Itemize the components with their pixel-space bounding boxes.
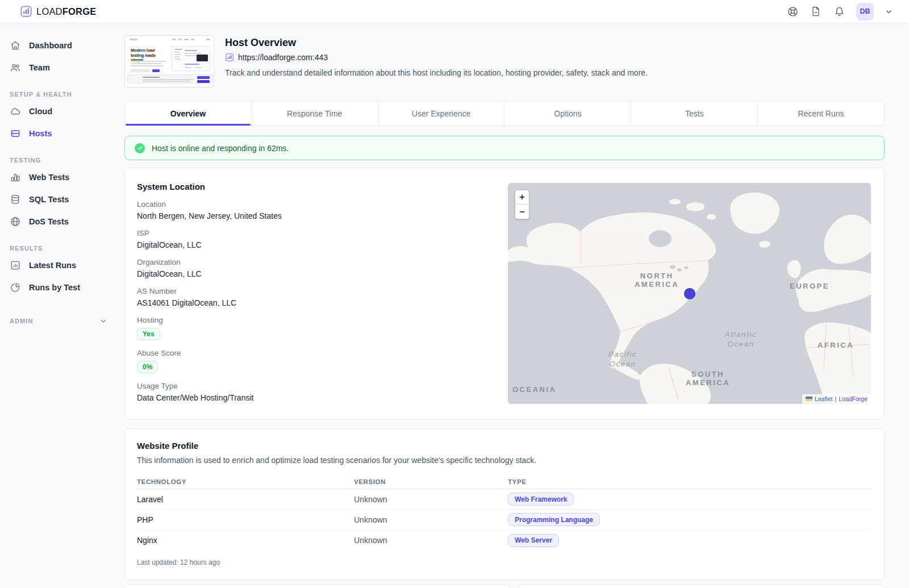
help-lifebuoy-icon[interactable]: [786, 5, 799, 18]
technology-table: TECHNOLOGY VERSION TYPE Laravel Unknown …: [137, 474, 872, 551]
sidebar-item-label: Hosts: [29, 129, 52, 138]
next-card-right: [519, 584, 885, 588]
success-check-icon: [135, 143, 145, 153]
sidebar-item-hosts[interactable]: Hosts: [0, 122, 124, 144]
sidebar-item-sql-tests[interactable]: SQL Tests: [0, 188, 124, 210]
zoom-in-button[interactable]: +: [515, 190, 529, 205]
users-icon: [10, 62, 21, 73]
website-profile-description: This information is used to enrich and o…: [137, 456, 872, 465]
sidebar-section-results: RESULTS: [0, 243, 124, 254]
sidebar-item-label: SQL Tests: [29, 195, 69, 204]
sidebar-section-title: ADMIN: [10, 318, 34, 324]
tab-tests[interactable]: Tests: [631, 101, 758, 126]
type-badge: Web Framework: [508, 493, 574, 506]
system-location-card: System Location Location North Bergen, N…: [124, 168, 885, 420]
map-attribution: Leaflet | LoadForge: [802, 394, 871, 404]
sidebar-item-web-tests[interactable]: Web Tests: [0, 166, 124, 188]
hosting-badge: Yes: [137, 328, 160, 340]
server-icon: [10, 128, 21, 139]
pie-chart-icon: [10, 282, 21, 293]
sidebar-item-runs-by-test[interactable]: Runs by Test: [0, 276, 124, 298]
type-badge: Web Server: [508, 534, 559, 547]
sidebar-item-dos-tests[interactable]: DoS Tests: [0, 210, 124, 232]
sidebar-item-label: Team: [29, 63, 50, 72]
tab-overview[interactable]: Overview: [124, 101, 252, 126]
host-url-link[interactable]: https://loadforge.com:443: [225, 53, 648, 62]
map-label-north-america: NORTHAMERICA: [635, 272, 679, 289]
docs-icon[interactable]: [810, 5, 822, 18]
leaflet-link[interactable]: Leaflet: [815, 395, 833, 402]
page-title: Host Overview: [225, 37, 648, 49]
sidebar-item-label: Runs by Test: [29, 283, 80, 292]
bar-chart-icon: [10, 172, 21, 183]
type-badge: Programming Language: [508, 513, 600, 526]
sidebar-section-testing: TESTING: [0, 155, 124, 166]
table-row: Nginx Unknown Web Server: [137, 530, 872, 551]
notifications-bell-icon[interactable]: [833, 5, 845, 18]
zoom-out-button[interactable]: −: [515, 205, 529, 219]
brand-logo[interactable]: LOADFORGE: [20, 5, 96, 18]
sidebar-item-label: Latest Runs: [29, 261, 76, 270]
sidebar-item-label: Web Tests: [29, 173, 69, 182]
sidebar-item-team[interactable]: Team: [0, 56, 124, 78]
main-content: Modern load testing made simple.: [124, 23, 885, 580]
website-profile-card: Website Profile This information is used…: [124, 428, 885, 580]
user-menu-chevron-icon[interactable]: [885, 7, 893, 16]
sidebar: Dashboard Team SETUP & HEALTH Cloud Host…: [0, 23, 124, 327]
sidebar-section-title: SETUP & HEALTH: [10, 91, 72, 98]
sidebar-item-label: DoS Tests: [29, 217, 69, 226]
topbar-actions: DB: [786, 3, 893, 20]
last-updated-text: Last updated: 12 hours ago: [137, 558, 872, 566]
user-avatar[interactable]: DB: [856, 3, 874, 20]
host-status-banner: Host is online and responding in 62ms.: [124, 136, 885, 160]
ukraine-flag-icon: [806, 397, 812, 401]
home-icon: [10, 40, 21, 51]
tab-options[interactable]: Options: [504, 101, 631, 126]
host-favicon-icon: [225, 53, 234, 62]
sidebar-section-admin[interactable]: ADMIN: [0, 315, 124, 327]
chart-square-icon: [10, 260, 21, 271]
database-icon: [10, 194, 21, 205]
map-label-africa: AFRICA: [818, 341, 854, 349]
tab-user-experience[interactable]: User Experience: [378, 101, 505, 126]
host-tabs: Overview Response Time User Experience O…: [124, 101, 885, 126]
sidebar-section-title: RESULTS: [10, 245, 43, 252]
loadforge-logo-icon: [20, 5, 32, 18]
sidebar-item-dashboard[interactable]: Dashboard: [0, 34, 124, 56]
table-row: PHP Unknown Programming Language: [137, 510, 872, 530]
map-zoom-control: + −: [515, 190, 529, 219]
sidebar-item-latest-runs[interactable]: Latest Runs: [0, 254, 124, 276]
map-label-pacific-ocean: PacificOcean: [608, 349, 637, 369]
chevron-down-icon: [99, 317, 107, 325]
sidebar-item-cloud[interactable]: Cloud: [0, 100, 124, 122]
table-row: Laravel Unknown Web Framework: [137, 489, 872, 510]
topbar: LOADFORGE DB: [0, 0, 909, 23]
column-technology: TECHNOLOGY: [137, 478, 354, 485]
tab-response-time[interactable]: Response Time: [252, 101, 378, 126]
website-profile-title: Website Profile: [137, 441, 872, 451]
table-header-row: TECHNOLOGY VERSION TYPE: [137, 474, 872, 489]
map-label-atlantic-ocean: AtlanticOcean: [725, 330, 757, 349]
cloud-icon: [10, 106, 21, 117]
location-map[interactable]: NORTHAMERICA EUROPE AFRICA SOUTHAMERICA …: [508, 183, 871, 404]
host-url-text: https://loadforge.com:443: [238, 53, 328, 62]
host-location-marker[interactable]: [684, 288, 695, 299]
sidebar-item-label: Cloud: [29, 107, 52, 116]
sidebar-section-setup-health: SETUP & HEALTH: [0, 89, 124, 100]
loadforge-attribution-link[interactable]: LoadForge: [839, 395, 868, 402]
map-label-oceania: OCEANIA: [512, 385, 556, 394]
globe-icon: [10, 216, 21, 227]
column-version: VERSION: [354, 478, 508, 485]
sidebar-item-label: Dashboard: [29, 41, 72, 50]
host-header: Modern load testing made simple.: [124, 35, 885, 87]
site-screenshot-thumbnail: Modern load testing made simple.: [124, 35, 214, 87]
abuse-score-badge: 0%: [137, 361, 158, 373]
host-status-message: Host is online and responding in 62ms.: [152, 144, 289, 153]
sidebar-section-title: TESTING: [10, 157, 41, 164]
map-label-europe: EUROPE: [790, 282, 829, 290]
page-description: Track and understand detailed informatio…: [225, 68, 648, 77]
page: LOADFORGE DB Dashboard Team: [0, 0, 909, 588]
column-type: TYPE: [508, 478, 872, 485]
tab-recent-runs[interactable]: Recent Runs: [758, 101, 885, 126]
brand-name: LOADFORGE: [36, 6, 96, 17]
